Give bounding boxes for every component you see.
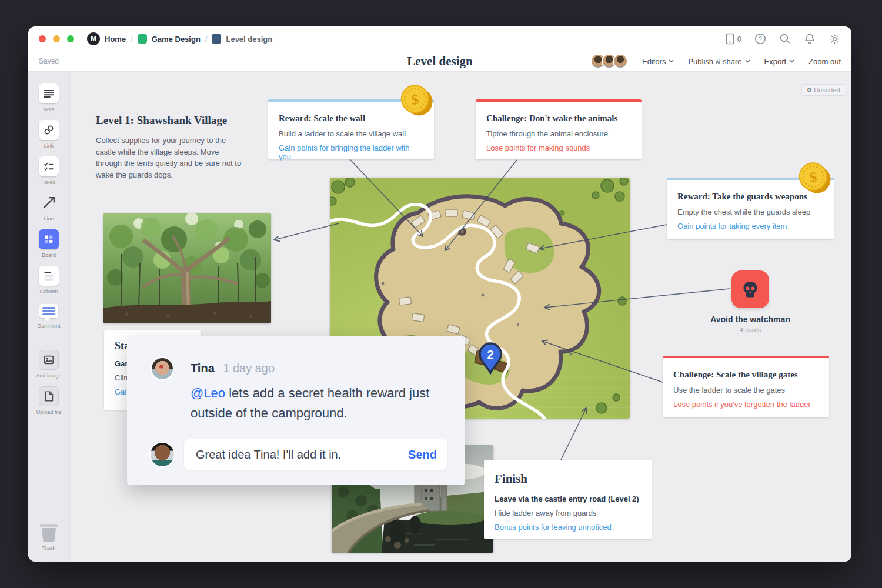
unsorted-label: Unsorted (814, 86, 840, 93)
milanote-logo-icon: M (87, 32, 100, 45)
gold-coin-icon: $ (399, 83, 433, 117)
board-canvas[interactable]: 0 Unsorted Level 1: Shawshank Village Co… (70, 72, 851, 562)
card-highlight: Bonus points for leaving unnoticed (495, 523, 641, 532)
zoom-out-button[interactable]: Zoom out (808, 57, 841, 66)
export-button[interactable]: Export (764, 57, 795, 66)
trash-dropzone[interactable]: Trash (40, 524, 58, 551)
todo-icon (42, 160, 55, 173)
comment-icon (39, 304, 58, 318)
comment-text: lets add a secret health reward just out… (191, 386, 429, 420)
mention-link[interactable]: @Leo (191, 386, 225, 400)
breadcrumb-game-design[interactable]: Game Design (152, 35, 201, 44)
card-highlight: Gain points for taking every item (677, 222, 823, 230)
board-icon (42, 233, 55, 246)
publish-share-button[interactable]: Publish & share (688, 57, 750, 66)
top-icon-row: 0 ? (726, 33, 841, 45)
send-button[interactable]: Send (408, 448, 437, 462)
card-title: Challenge: Scale the village gates (673, 370, 818, 380)
link-icon (42, 123, 55, 136)
fullscreen-button[interactable] (67, 35, 74, 42)
device-count: 0 (737, 35, 741, 44)
tool-upload-file[interactable]: Upload file (36, 386, 62, 415)
tool-add-image[interactable]: Add image (36, 350, 61, 379)
title-bar: M Home / Game Design / Level design 0 ? (28, 26, 851, 51)
help-icon[interactable]: ? (754, 33, 766, 45)
comment-timestamp: 1 day ago (223, 362, 275, 375)
tool-line[interactable]: Line (39, 193, 59, 222)
tool-link[interactable]: Link (39, 120, 59, 149)
unsorted-badge[interactable]: 0 Unsorted (801, 84, 846, 96)
chevron-down-icon (745, 59, 750, 63)
level-title: Level 1: Shawshank Village (96, 114, 245, 127)
card-highlight: Lose points for making sounds (486, 143, 631, 152)
settings-gear-icon[interactable] (828, 33, 841, 45)
breadcrumb-level-design[interactable]: Level design (226, 35, 272, 44)
card-bold-line: Leave via the castle entry road (Level 2… (495, 495, 641, 503)
trash-label: Trash (42, 545, 56, 551)
tina-avatar (152, 358, 173, 379)
tool-note[interactable]: Note (39, 83, 59, 112)
editors-label: Editors (642, 57, 666, 66)
card-highlight: Gain points for bringing the ladder with… (279, 143, 423, 161)
tool-label: Add image (36, 373, 61, 379)
board-label: Avoid the watchman (691, 315, 809, 324)
skull-board-tile[interactable] (731, 270, 769, 308)
breadcrumb-home[interactable]: Home (105, 35, 126, 44)
tool-board-selected[interactable]: Board (39, 229, 59, 258)
board-card-count: 4 cards (691, 326, 809, 333)
tree-illustration (103, 213, 271, 323)
board-icon-navy (212, 34, 221, 44)
note-icon (42, 87, 55, 100)
avatar (613, 54, 628, 69)
minimize-button[interactable] (53, 35, 60, 42)
notifications-bell-icon[interactable] (804, 33, 816, 45)
card-title: Finish (495, 472, 641, 486)
zoom-out-label: Zoom out (808, 57, 841, 66)
skull-icon (740, 279, 761, 300)
map-pin-marker[interactable]: 2 (477, 341, 504, 377)
tool-label: Upload file (36, 409, 62, 415)
editor-avatars[interactable] (590, 54, 628, 69)
card-challenge-gates[interactable]: Challenge: Scale the village gates Use t… (663, 356, 829, 417)
gold-coin-icon: $ (797, 161, 831, 195)
publish-share-label: Publish & share (688, 57, 741, 66)
line-arrow-icon (41, 195, 56, 211)
tool-label: Column (39, 289, 58, 295)
board-icon-green (138, 34, 147, 44)
breadcrumb: Home / Game Design / Level design (105, 34, 272, 44)
card-line: Hide ladder away from guards (495, 509, 641, 517)
editors-button[interactable]: Editors (642, 57, 674, 66)
tools-sidebar: Note Link To-do (28, 72, 70, 562)
column-icon (42, 269, 56, 283)
breadcrumb-separator: / (131, 35, 133, 44)
unsorted-count: 0 (807, 86, 811, 93)
chevron-down-icon (789, 59, 794, 63)
reply-box: Send (184, 439, 447, 470)
close-button[interactable] (39, 35, 46, 42)
level-description: Collect supplies for your journey to the… (96, 135, 245, 181)
comment-author: Tina (191, 362, 215, 375)
reply-input[interactable] (195, 447, 408, 462)
pin-number: 2 (487, 348, 493, 361)
card-finish[interactable]: Finish Leave via the castle entry road (… (484, 460, 652, 539)
svg-text:?: ? (759, 36, 762, 42)
card-challenge-animals[interactable]: Challenge: Don't wake the animals Tiptoe… (476, 99, 642, 159)
trash-icon (40, 524, 58, 542)
forest-tree-image[interactable] (103, 213, 271, 323)
tool-label: Link (44, 143, 54, 149)
search-icon[interactable] (779, 33, 791, 45)
save-status: Saved (39, 57, 59, 65)
card-line: Empty the chest while the guards sleep (677, 208, 823, 216)
add-image-icon (42, 353, 55, 366)
tool-column[interactable]: Column (39, 266, 59, 295)
upload-file-icon (42, 390, 55, 403)
comment-message: @Leo lets add a secret health reward jus… (191, 383, 455, 423)
intro-note[interactable]: Level 1: Shawshank Village Collect suppl… (96, 114, 245, 181)
tool-todo[interactable]: To-do (39, 156, 59, 185)
tool-comment[interactable]: Comment (37, 302, 60, 329)
tool-label: Line (44, 216, 54, 222)
board-avoid-watchman[interactable]: Avoid the watchman 4 cards (691, 270, 809, 333)
export-label: Export (764, 57, 787, 66)
device-sync-button[interactable]: 0 (726, 33, 741, 45)
tool-label: Comment (37, 323, 60, 329)
